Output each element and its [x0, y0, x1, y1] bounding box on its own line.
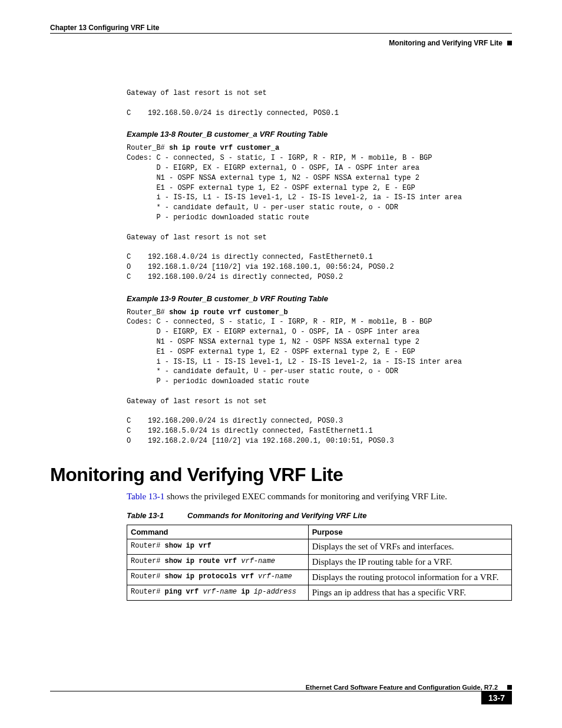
- example-13-9-output: Router_B# show ip route vrf customer_b C…: [127, 308, 512, 446]
- example-13-8-output: Router_B# sh ip route vrf customer_a Cod…: [127, 143, 512, 282]
- footer: Ethernet Card Software Feature and Confi…: [50, 684, 512, 704]
- ex8-cmd: sh ip route vrf customer_a: [169, 144, 279, 152]
- purpose-cell: Displays the set of VRFs and interfaces.: [308, 539, 511, 554]
- purpose-cell: Displays the routing protocol informatio…: [308, 569, 511, 585]
- section-header-wrap: Monitoring and Verifying VRF Lite: [50, 39, 512, 47]
- ex8-prompt: Router_B#: [127, 144, 169, 152]
- cmd-cell: Router# show ip vrf: [127, 539, 309, 554]
- page: Chapter 13 Configuring VRF Lite Monitori…: [0, 0, 562, 728]
- table-header-row: Command Purpose: [127, 525, 512, 539]
- footer-guide: Ethernet Card Software Feature and Confi…: [306, 684, 498, 691]
- header-marker-icon: [507, 41, 512, 45]
- th-purpose: Purpose: [308, 525, 511, 539]
- body-rest: shows the privileged EXEC commands for m…: [164, 492, 447, 501]
- table-title: Commands for Monitoring and Verifying VR…: [187, 511, 366, 520]
- purpose-cell: Pings an ip address that has a specific …: [308, 585, 511, 600]
- section-header: Monitoring and Verifying VRF Lite: [389, 39, 503, 47]
- intro-output: Gateway of last resort is not set C 192.…: [127, 88, 512, 118]
- ex9-prompt: Router_B#: [127, 308, 169, 317]
- cmd-cell: Router# show ip route vrf vrf-name: [127, 554, 309, 569]
- ex9-cmd: show ip route vrf customer_b: [169, 308, 288, 317]
- table-label: Table 13-1: [127, 511, 187, 520]
- table-row: Router# ping vrf vrf-name ip ip-address …: [127, 585, 512, 600]
- table-row: Router# show ip route vrf vrf-name Displ…: [127, 554, 512, 569]
- example-13-9-caption: Example 13-9 Router_B customer_b VRF Rou…: [127, 294, 512, 303]
- table-caption: Table 13-1Commands for Monitoring and Ve…: [127, 511, 512, 520]
- example-13-8-caption: Example 13-8 Router_B customer_a VRF Rou…: [127, 130, 512, 139]
- th-command: Command: [127, 525, 309, 539]
- chapter-header: Chapter 13 Configuring VRF Lite: [50, 24, 512, 32]
- ex8-body: Codes: C - connected, S - static, I - IG…: [127, 154, 462, 281]
- commands-table: Command Purpose Router# show ip vrf Disp…: [127, 525, 512, 601]
- footer-marker-icon: [507, 685, 512, 690]
- table-link[interactable]: Table 13-1: [127, 492, 164, 501]
- header-rule: [50, 33, 512, 34]
- purpose-cell: Displays the IP routing table for a VRF.: [308, 554, 511, 569]
- page-number: 13-7: [481, 691, 512, 704]
- table-row: Router# show ip protocols vrf vrf-name D…: [127, 569, 512, 585]
- body-paragraph: Table 13-1 shows the privileged EXEC com…: [127, 492, 512, 502]
- ex9-body: Codes: C - connected, S - static, I - IG…: [127, 318, 462, 445]
- cmd-cell: Router# ping vrf vrf-name ip ip-address: [127, 585, 309, 600]
- section-title: Monitoring and Verifying VRF Lite: [50, 464, 512, 486]
- content-area: Gateway of last resort is not set C 192.…: [127, 88, 512, 601]
- table-row: Router# show ip vrf Displays the set of …: [127, 539, 512, 554]
- cmd-cell: Router# show ip protocols vrf vrf-name: [127, 569, 309, 585]
